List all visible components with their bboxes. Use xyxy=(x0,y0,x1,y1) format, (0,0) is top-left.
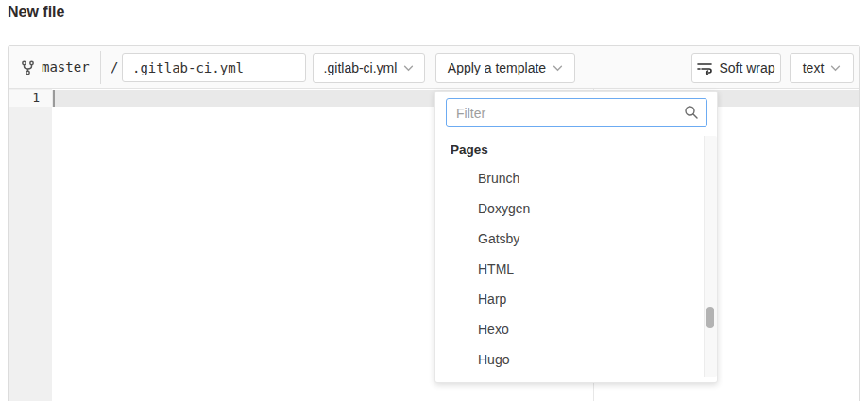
dropdown-scrollbar-thumb[interactable] xyxy=(706,307,714,328)
path-separator: / xyxy=(111,59,118,75)
line-number: 1 xyxy=(9,90,52,107)
template-item-doxygen[interactable]: Doxygen xyxy=(435,193,704,224)
soft-wrap-icon xyxy=(697,61,712,75)
apply-template-dropdown[interactable]: Apply a template xyxy=(435,53,575,83)
template-item-hugo[interactable]: Hugo xyxy=(435,344,704,375)
template-item-html[interactable]: HTML xyxy=(435,254,704,284)
apply-template-label: Apply a template xyxy=(448,60,546,75)
template-item-gatsby[interactable]: Gatsby xyxy=(435,224,704,254)
template-section-header: Pages xyxy=(435,135,704,163)
template-dropdown-panel: Pages Brunch Doxygen Gatsby HTML Harp He… xyxy=(434,91,718,383)
filetype-dropdown-label: .gitlab-ci.yml xyxy=(324,60,398,75)
soft-wrap-button[interactable]: Soft wrap xyxy=(691,53,781,83)
syntax-mode-dropdown[interactable]: text xyxy=(790,53,854,83)
editor-toolbar: master / .gitlab-ci.yml Apply a template… xyxy=(9,46,859,89)
branch-name[interactable]: master xyxy=(42,59,90,75)
syntax-mode-label: text xyxy=(803,60,825,75)
filetype-dropdown[interactable]: .gitlab-ci.yml xyxy=(313,53,425,83)
line-number-gutter xyxy=(9,89,52,401)
chevron-down-icon xyxy=(553,65,563,72)
template-item-harp[interactable]: Harp xyxy=(435,284,704,314)
chevron-down-icon xyxy=(830,65,841,72)
git-branch-icon xyxy=(21,60,35,75)
soft-wrap-label: Soft wrap xyxy=(719,60,774,75)
filename-input[interactable] xyxy=(122,53,306,82)
text-cursor xyxy=(53,90,55,107)
page-title: New file xyxy=(8,4,64,21)
template-item-hexo[interactable]: Hexo xyxy=(435,314,704,344)
dropdown-scrollbar-track[interactable] xyxy=(704,136,717,377)
toolbar-divider xyxy=(100,51,101,84)
template-item-brunch[interactable]: Brunch xyxy=(435,163,704,193)
template-list: Pages Brunch Doxygen Gatsby HTML Harp He… xyxy=(435,135,704,375)
chevron-down-icon xyxy=(403,65,414,72)
template-filter-input[interactable] xyxy=(446,98,707,127)
